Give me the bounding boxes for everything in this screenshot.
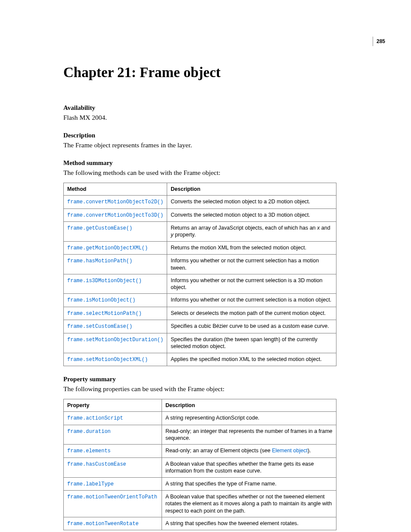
- table-row: frame.isMotionObject() Informs you wheth…: [64, 294, 336, 307]
- property-summary-intro: The following properties can be used wit…: [63, 385, 336, 394]
- method-link[interactable]: frame.setCustomEase(): [67, 324, 132, 330]
- method-link[interactable]: frame.hasMotionPath(): [67, 258, 132, 264]
- availability-label: Availability: [63, 104, 336, 112]
- property-link[interactable]: frame.motionTweenRotate: [67, 521, 139, 527]
- method-desc: Converts the selected motion object to a…: [167, 196, 336, 209]
- method-link[interactable]: frame.selectMotionPath(): [67, 311, 142, 317]
- method-link[interactable]: frame.getCustomEase(): [67, 225, 132, 231]
- method-desc: Returns the motion XML from the selected…: [167, 241, 336, 255]
- property-desc: A string representing ActionScript code.: [162, 412, 336, 425]
- table-row: frame.motionTweenRotate A string that sp…: [64, 517, 336, 530]
- property-desc: A string that specifies the type of Fram…: [162, 477, 336, 491]
- table-row: frame.setMotionObjectDuration() Specifie…: [64, 333, 336, 353]
- method-link[interactable]: frame.setMotionObjectDuration(): [67, 337, 163, 343]
- property-link[interactable]: frame.labelType: [67, 481, 114, 487]
- table-row: frame.labelType A string that specifies …: [64, 477, 336, 491]
- table-row: frame.getMotionObjectXML() Returns the m…: [64, 241, 336, 255]
- method-desc: Applies the specified motion XML to the …: [167, 353, 336, 366]
- table-row: frame.motionTweenOrientToPath A Boolean …: [64, 491, 336, 517]
- method-summary-label: Method summary: [63, 159, 336, 167]
- property-desc: A Boolean value that specifies whether o…: [162, 491, 336, 517]
- table-header-row: Method Description: [64, 183, 336, 195]
- chapter-title: Chapter 21: Frame object: [63, 65, 336, 81]
- method-link[interactable]: frame.convertMotionObjectTo2D(): [67, 199, 163, 205]
- element-object-link[interactable]: Element object: [272, 448, 308, 454]
- property-link[interactable]: frame.actionScript: [67, 415, 123, 421]
- description-text: The Frame object represents frames in th…: [63, 141, 336, 150]
- page: 285 Chapter 21: Frame object Availabilit…: [0, 0, 411, 532]
- method-link[interactable]: frame.isMotionObject(): [67, 297, 135, 303]
- availability-text: Flash MX 2004.: [63, 113, 336, 122]
- method-link[interactable]: frame.setMotionObjectXML(): [67, 357, 148, 363]
- property-link[interactable]: frame.hasCustomEase: [67, 461, 126, 467]
- table-row: frame.setCustomEase() Specifies a cubic …: [64, 320, 336, 333]
- method-desc: Converts the selected motion object to a…: [167, 208, 336, 222]
- method-desc: Informs you whether or not the currrent …: [167, 294, 336, 307]
- table-row: frame.elements Read-only; an array of El…: [64, 445, 336, 458]
- method-link[interactable]: frame.convertMotionObjectTo3D(): [67, 212, 163, 218]
- description-header: Description: [167, 183, 336, 195]
- method-desc: Specifies a cubic Bézier curve to be use…: [167, 320, 336, 333]
- table-header-row: Property Description: [64, 399, 336, 412]
- method-link[interactable]: frame.is3DMotionObject(): [67, 278, 142, 284]
- property-desc: Read-only; an integer that represents th…: [162, 425, 336, 445]
- method-desc: Informs you whether or not the currrent …: [167, 274, 336, 294]
- method-header: Method: [64, 183, 167, 195]
- property-summary-label: Property summary: [63, 376, 336, 383]
- table-row: frame.setMotionObjectXML() Applies the s…: [64, 353, 336, 366]
- property-desc: Read-only; an array of Element objects (…: [162, 445, 336, 458]
- property-table: Property Description frame.actionScript …: [63, 399, 336, 530]
- property-link[interactable]: frame.motionTweenOrientToPath: [67, 494, 157, 500]
- table-row: frame.getCustomEase() Returns an array o…: [64, 222, 336, 242]
- method-summary-intro: The following methods can be used with t…: [63, 168, 336, 177]
- table-row: frame.selectMotionPath() Selects or dese…: [64, 307, 336, 320]
- page-number: 285: [373, 37, 385, 46]
- table-row: frame.hasCustomEase A Boolean value that…: [64, 458, 336, 478]
- table-row: frame.convertMotionObjectTo3D() Converts…: [64, 208, 336, 222]
- table-row: frame.is3DMotionObject() Informs you whe…: [64, 274, 336, 294]
- property-desc: A string that specifies how the tweened …: [162, 517, 336, 530]
- property-link[interactable]: frame.elements: [67, 448, 111, 454]
- table-row: frame.convertMotionObjectTo2D() Converts…: [64, 196, 336, 209]
- table-row: frame.duration Read-only; an integer tha…: [64, 425, 336, 445]
- description-label: Description: [63, 132, 336, 139]
- property-link[interactable]: frame.duration: [67, 429, 111, 435]
- table-row: frame.hasMotionPath() Informs you whethe…: [64, 255, 336, 274]
- method-desc: Returns an array of JavaScript objects, …: [167, 222, 336, 242]
- property-header: Property: [64, 399, 162, 412]
- method-desc: Specifies the duration (the tween span l…: [167, 333, 336, 353]
- property-desc: A Boolean value that specifies whether t…: [162, 458, 336, 478]
- description-header: Description: [162, 399, 336, 412]
- method-table: Method Description frame.convertMotionOb…: [63, 183, 336, 366]
- table-row: frame.actionScript A string representing…: [64, 412, 336, 425]
- method-link[interactable]: frame.getMotionObjectXML(): [67, 245, 148, 251]
- method-desc: Selects or deselects the motion path of …: [167, 307, 336, 320]
- method-desc: Informs you whether or not the currrent …: [167, 255, 336, 274]
